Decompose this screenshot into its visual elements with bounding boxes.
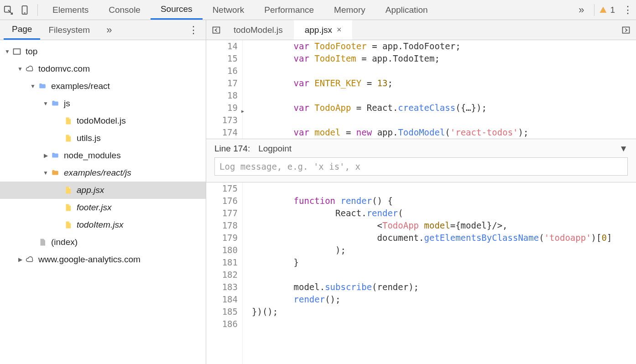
editor-tab[interactable]: todoModel.js bbox=[223, 20, 294, 40]
tree-item[interactable]: ▶www.google-analytics.com bbox=[0, 251, 206, 268]
code-line[interactable]: var ENTER_KEY = 13; bbox=[243, 77, 636, 89]
line-number[interactable]: 173 bbox=[206, 114, 238, 126]
nav-back-icon[interactable] bbox=[210, 24, 223, 36]
line-number[interactable]: 17 bbox=[206, 77, 238, 89]
folder-orange-icon bbox=[49, 169, 61, 177]
line-number[interactable]: 183 bbox=[206, 281, 238, 293]
tree-item[interactable]: app.jsx bbox=[0, 182, 206, 199]
line-number[interactable]: 186 bbox=[206, 318, 238, 330]
code-line[interactable]: var model = new app.TodoModel('react-tod… bbox=[243, 126, 636, 139]
code-block-after: 175176177178179180181182183184185186 fun… bbox=[206, 182, 636, 364]
disclosure-icon[interactable]: ▼ bbox=[42, 170, 49, 176]
tree-item[interactable]: todoModel.js bbox=[0, 112, 206, 130]
panel-tab-elements[interactable]: Elements bbox=[42, 0, 99, 20]
code-line[interactable]: var TodoApp = React.createClass({…}); bbox=[243, 102, 636, 114]
code-line[interactable]: model.subscribe(render); bbox=[243, 281, 636, 293]
navigator-menu-icon[interactable]: ⋮ bbox=[185, 24, 202, 36]
code-line[interactable] bbox=[243, 182, 636, 195]
disclosure-icon[interactable]: ▼ bbox=[42, 100, 49, 107]
line-number[interactable]: 184 bbox=[206, 293, 238, 306]
close-icon[interactable]: × bbox=[337, 25, 342, 35]
code-line[interactable] bbox=[243, 318, 636, 330]
code-line[interactable]: <TodoApp model={model}/>, bbox=[243, 219, 636, 232]
code-line[interactable] bbox=[243, 89, 636, 102]
tree-item[interactable]: ▼top bbox=[0, 43, 206, 60]
tree-item[interactable]: footer.jsx bbox=[0, 199, 206, 216]
nav-tab-filesystem[interactable]: Filesystem bbox=[40, 20, 98, 40]
tree-item-label: examples/react/js bbox=[64, 168, 131, 178]
disclosure-icon[interactable]: ▼ bbox=[16, 66, 24, 72]
tree-item[interactable]: todoItem.jsx bbox=[0, 216, 206, 234]
panel-tab-network[interactable]: Network bbox=[203, 0, 255, 20]
line-number[interactable]: 177 bbox=[206, 207, 238, 219]
navigator-pane: PageFilesystem » ⋮ ▼top▼todomvc.com▼exam… bbox=[0, 20, 206, 364]
line-number[interactable]: 175 bbox=[206, 182, 238, 195]
line-number[interactable]: 180 bbox=[206, 244, 238, 256]
code-line[interactable]: ); bbox=[243, 244, 636, 256]
inspect-icon[interactable] bbox=[0, 2, 16, 18]
tree-item-label: js bbox=[64, 99, 70, 109]
panel-tab-console[interactable]: Console bbox=[99, 0, 151, 20]
line-number[interactable]: 185 bbox=[206, 306, 238, 318]
chevron-down-icon[interactable]: ▼ bbox=[619, 144, 628, 154]
panel-tabs: ElementsConsoleSourcesNetworkPerformance… bbox=[42, 0, 573, 20]
line-number[interactable]: 179 bbox=[206, 232, 238, 244]
line-number[interactable]: 176 bbox=[206, 195, 238, 207]
code-line[interactable] bbox=[243, 269, 636, 281]
more-nav-tabs-icon[interactable]: » bbox=[98, 20, 120, 40]
line-number[interactable]: 178 bbox=[206, 219, 238, 232]
code-line[interactable]: React.render( bbox=[243, 207, 636, 219]
code-line[interactable]: var TodoFooter = app.TodoFooter; bbox=[243, 40, 636, 52]
line-number[interactable]: 15 bbox=[206, 52, 238, 65]
panel-tab-memory[interactable]: Memory bbox=[324, 0, 375, 20]
code-line[interactable] bbox=[243, 114, 636, 126]
code-line[interactable]: var TodoItem = app.TodoItem; bbox=[243, 52, 636, 65]
disclosure-icon[interactable]: ▶ bbox=[42, 152, 49, 159]
code-line[interactable]: document.getElementsByClassName('todoapp… bbox=[243, 232, 636, 244]
line-number[interactable]: 14 bbox=[206, 40, 238, 52]
code-line[interactable]: } bbox=[243, 256, 636, 269]
show-debugger-icon[interactable] bbox=[620, 24, 632, 36]
tree-item[interactable]: ▼examples/react bbox=[0, 78, 206, 95]
line-number[interactable]: 182 bbox=[206, 269, 238, 281]
line-number[interactable]: 19▶ bbox=[206, 102, 238, 114]
tree-item-label: todomvc.com bbox=[38, 64, 90, 74]
nav-tab-page[interactable]: Page bbox=[4, 20, 40, 40]
kebab-menu-icon[interactable]: ⋮ bbox=[620, 4, 636, 16]
folder-icon bbox=[49, 151, 61, 160]
panel-tab-sources[interactable]: Sources bbox=[151, 0, 203, 20]
panel-tab-application[interactable]: Application bbox=[375, 0, 438, 20]
code-line[interactable]: function render() { bbox=[243, 195, 636, 207]
line-number[interactable]: 16 bbox=[206, 65, 238, 77]
line-number[interactable]: 181 bbox=[206, 256, 238, 269]
tree-item[interactable]: utils.js bbox=[0, 130, 206, 147]
editor-pane: todoModel.jsapp.jsx× 141516171819▶173174… bbox=[206, 20, 636, 364]
breakpoint-type-select[interactable]: Logpoint bbox=[258, 144, 292, 154]
tree-item[interactable]: ▼js bbox=[0, 95, 206, 112]
device-icon[interactable] bbox=[16, 2, 33, 18]
panel-tab-performance[interactable]: Performance bbox=[254, 0, 324, 20]
disclosure-icon[interactable]: ▶ bbox=[16, 256, 24, 263]
file-jsx-icon bbox=[62, 185, 74, 195]
folder-icon bbox=[49, 99, 61, 108]
logpoint-input[interactable] bbox=[214, 157, 628, 176]
tree-item-label: examples/react bbox=[51, 81, 110, 91]
folder-icon bbox=[36, 82, 48, 90]
tree-item[interactable]: ▼examples/react/js bbox=[0, 164, 206, 182]
code-line[interactable]: render(); bbox=[243, 293, 636, 306]
line-number[interactable]: 174 bbox=[206, 126, 238, 139]
more-panels-icon[interactable]: » bbox=[573, 2, 589, 18]
tree-item[interactable]: ▼todomvc.com bbox=[0, 60, 206, 78]
tree-item[interactable]: ▶node_modules bbox=[0, 147, 206, 164]
tree-item[interactable]: (index) bbox=[0, 234, 206, 251]
disclosure-icon[interactable]: ▼ bbox=[4, 48, 11, 55]
editor-tab[interactable]: app.jsx× bbox=[294, 20, 353, 40]
file-jsx-icon bbox=[62, 220, 74, 230]
line-number[interactable]: 18 bbox=[206, 89, 238, 102]
warnings-indicator[interactable]: 1 bbox=[599, 5, 615, 15]
disclosure-icon[interactable]: ▼ bbox=[29, 83, 36, 89]
code-line[interactable] bbox=[243, 65, 636, 77]
fold-icon[interactable]: ▶ bbox=[241, 105, 244, 117]
frame-icon bbox=[11, 47, 23, 56]
code-line[interactable]: })(); bbox=[243, 306, 636, 318]
